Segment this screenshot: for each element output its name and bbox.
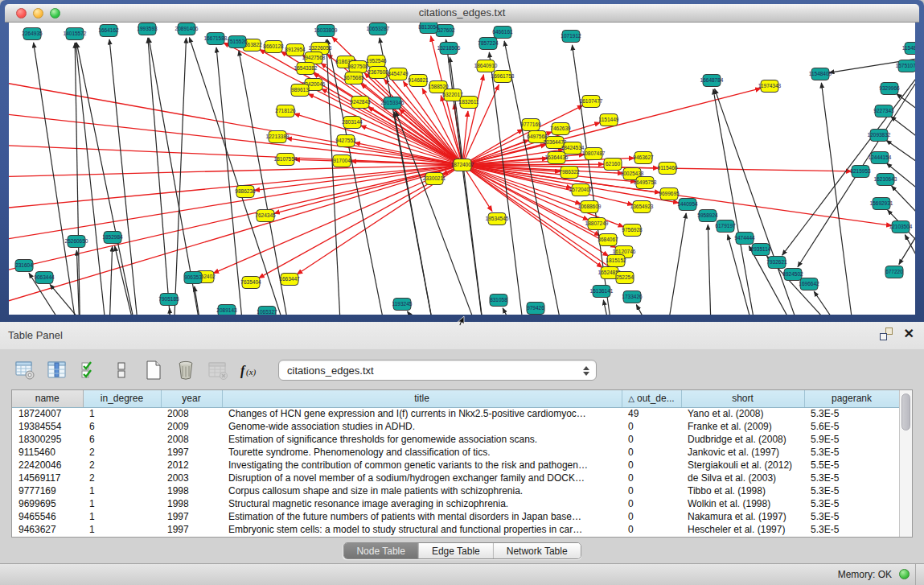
cell-out_degree[interactable]: 0 bbox=[622, 446, 681, 459]
network-node-1440954[interactable]: 1440954 bbox=[677, 199, 698, 211]
network-node-9063444[interactable]: 9063444 bbox=[34, 272, 55, 284]
table-column-icon[interactable] bbox=[45, 358, 69, 382]
network-node-1663447[interactable]: 1663447 bbox=[279, 274, 300, 286]
tab-node-table[interactable]: Node Table bbox=[343, 543, 418, 558]
network-node-15692931[interactable]: 15692931 bbox=[870, 198, 893, 210]
cell-short[interactable]: de Silva et al. (2003) bbox=[681, 472, 804, 484]
network-node-2264935[interactable]: 2264935 bbox=[22, 28, 43, 40]
cell-name[interactable]: 22420046 bbox=[12, 459, 83, 472]
network-node-18107554[interactable]: 18107554 bbox=[274, 154, 298, 166]
network-node-1815152[interactable]: 1815152 bbox=[606, 255, 626, 267]
network-node-979426[interactable]: 979426 bbox=[527, 303, 544, 315]
network-node-12093832[interactable]: 12093832 bbox=[868, 130, 891, 142]
cell-short[interactable]: Yano et al. (2008) bbox=[681, 407, 804, 420]
network-canvas[interactable]: 1872400775638228660128891295413226058194… bbox=[9, 23, 915, 315]
network-node-1832611[interactable]: 1832611 bbox=[459, 97, 479, 109]
cell-out_degree[interactable]: 0 bbox=[622, 472, 681, 484]
network-node-1952546[interactable]: 1952546 bbox=[366, 56, 387, 68]
network-node-2718126[interactable]: 2718126 bbox=[275, 105, 296, 117]
network-node-16543382[interactable]: 16543382 bbox=[294, 63, 318, 75]
network-node-1065327[interactable]: 1065327 bbox=[257, 307, 277, 315]
cell-in_degree[interactable]: 1 bbox=[83, 497, 161, 510]
cell-year[interactable]: 2008 bbox=[161, 407, 222, 420]
network-node-20891406[interactable]: 20891406 bbox=[175, 23, 199, 35]
cell-name[interactable]: 9115460 bbox=[12, 446, 83, 459]
cell-short[interactable]: Franke et al. (2009) bbox=[681, 420, 804, 433]
network-node-1151449[interactable]: 1151449 bbox=[599, 114, 619, 126]
cell-pagerank[interactable]: 5.3E-5 bbox=[804, 472, 899, 484]
network-node-15751074[interactable]: 15751074 bbox=[896, 60, 915, 72]
network-node-9146821[interactable]: 9146821 bbox=[408, 75, 429, 87]
network-node-10688609[interactable]: 10688609 bbox=[578, 201, 602, 213]
new-table-icon[interactable] bbox=[142, 358, 166, 382]
table-row[interactable]: 2242004622012Investigating the contribut… bbox=[12, 459, 899, 472]
cell-year[interactable]: 1997 bbox=[161, 523, 222, 536]
network-node-9242843[interactable]: 9242843 bbox=[350, 97, 371, 109]
cell-short[interactable]: Hescheler et al. (1997) bbox=[681, 523, 804, 536]
float-panel-icon[interactable] bbox=[880, 328, 893, 340]
network-node-7635404[interactable]: 7635404 bbox=[240, 277, 261, 289]
cell-title[interactable]: Tourette syndrome. Phenomenology and cla… bbox=[222, 446, 622, 459]
network-node-7857224[interactable]: 7857224 bbox=[478, 38, 499, 50]
cell-pagerank[interactable]: 5.5E-5 bbox=[804, 459, 899, 472]
cell-short[interactable]: Tibbo et al. (1998) bbox=[681, 484, 804, 497]
cell-in_degree[interactable]: 2 bbox=[83, 446, 161, 459]
table-row[interactable]: 1938455462009Genome-wide association stu… bbox=[12, 420, 899, 433]
network-node-15720407[interactable]: 15720407 bbox=[569, 184, 593, 196]
cell-name[interactable]: 19384554 bbox=[12, 420, 83, 433]
cell-pagerank[interactable]: 5.3E-5 bbox=[804, 510, 899, 523]
network-node-13654923[interactable]: 13654923 bbox=[630, 201, 654, 213]
cell-out_degree[interactable]: 0 bbox=[622, 420, 681, 433]
cell-out_degree[interactable]: 0 bbox=[622, 459, 681, 472]
network-node-8660128[interactable]: 8660128 bbox=[263, 41, 284, 53]
column-header-title[interactable]: title bbox=[222, 390, 622, 407]
cell-in_degree[interactable]: 2 bbox=[83, 472, 161, 484]
network-node-906353[interactable]: 906353 bbox=[184, 272, 202, 284]
cell-title[interactable]: Genome-wide association studies in ADHD. bbox=[222, 420, 622, 433]
close-panel-icon[interactable]: ✕ bbox=[904, 328, 914, 340]
cell-title[interactable]: Investigating the contribution of common… bbox=[222, 459, 622, 472]
network-node-9463627[interactable]: 9463627 bbox=[633, 152, 654, 164]
cell-name[interactable]: 9777169 bbox=[12, 484, 83, 497]
network-node-7905185[interactable]: 7905185 bbox=[158, 294, 179, 306]
table-row[interactable]: 911546021997Tourette syndrome. Phenomeno… bbox=[12, 446, 899, 459]
network-node-9329966[interactable]: 9329966 bbox=[879, 83, 900, 95]
network-node-16364436[interactable]: 16364436 bbox=[545, 152, 569, 164]
network-node-252254[interactable]: 252254 bbox=[616, 272, 634, 284]
cell-year[interactable]: 1998 bbox=[161, 497, 222, 510]
cell-name[interactable]: 18300295 bbox=[12, 433, 83, 446]
cell-out_degree[interactable]: 0 bbox=[622, 497, 681, 510]
network-node-8454749[interactable]: 8454749 bbox=[388, 68, 409, 80]
table-row[interactable]: 946554611997Estimation of the future num… bbox=[12, 510, 899, 523]
network-node-10653287[interactable]: 10653287 bbox=[367, 23, 390, 35]
network-node-2367608[interactable]: 2367608 bbox=[368, 67, 388, 79]
network-node-7462639[interactable]: 7462639 bbox=[550, 123, 571, 135]
cell-out_degree[interactable]: 0 bbox=[622, 433, 681, 446]
cell-short[interactable]: Wolkin et al. (1998) bbox=[681, 497, 804, 510]
cell-title[interactable]: Changes of HCN gene expression and I(f) … bbox=[222, 407, 622, 420]
row-selection-checks-icon[interactable] bbox=[77, 358, 101, 382]
network-node-16033809[interactable]: 16033809 bbox=[314, 25, 338, 37]
network-node-18807249[interactable]: 18807249 bbox=[585, 218, 609, 230]
network-node-831058[interactable]: 831058 bbox=[490, 295, 507, 307]
network-node-11548409[interactable]: 11548409 bbox=[809, 68, 832, 80]
stacked-squares-icon[interactable] bbox=[109, 358, 133, 382]
cell-year[interactable]: 2012 bbox=[161, 459, 222, 472]
window-titlebar[interactable]: citations_edges.txt bbox=[5, 4, 919, 23]
table-row[interactable]: 969969511998Structural magnetic resonanc… bbox=[12, 497, 899, 510]
network-node-8924502[interactable]: 8924502 bbox=[782, 269, 803, 281]
network-node-18640910[interactable]: 18640910 bbox=[474, 60, 498, 72]
cell-in_degree[interactable]: 2 bbox=[83, 459, 161, 472]
cell-in_degree[interactable]: 1 bbox=[83, 407, 161, 420]
delete-trash-icon[interactable] bbox=[174, 358, 198, 382]
cell-short[interactable]: Dudbridge et al. (2008) bbox=[681, 433, 804, 446]
table-selector-dropdown[interactable]: citations_edges.txt bbox=[278, 360, 597, 381]
table-row[interactable]: 946362711997Embryonic stem cells: a mode… bbox=[12, 523, 899, 536]
cell-out_degree[interactable]: 0 bbox=[622, 484, 681, 497]
network-node-7986322[interactable]: 7986322 bbox=[559, 167, 580, 179]
network-node-9756928[interactable]: 9756928 bbox=[622, 225, 643, 237]
network-node-11974343[interactable]: 11974343 bbox=[758, 80, 782, 93]
table-row[interactable]: 977716911998Corpus callosum shape and si… bbox=[12, 484, 899, 497]
cell-name[interactable]: 14569117 bbox=[12, 472, 83, 484]
network-node-19534545[interactable]: 19534545 bbox=[486, 213, 509, 225]
